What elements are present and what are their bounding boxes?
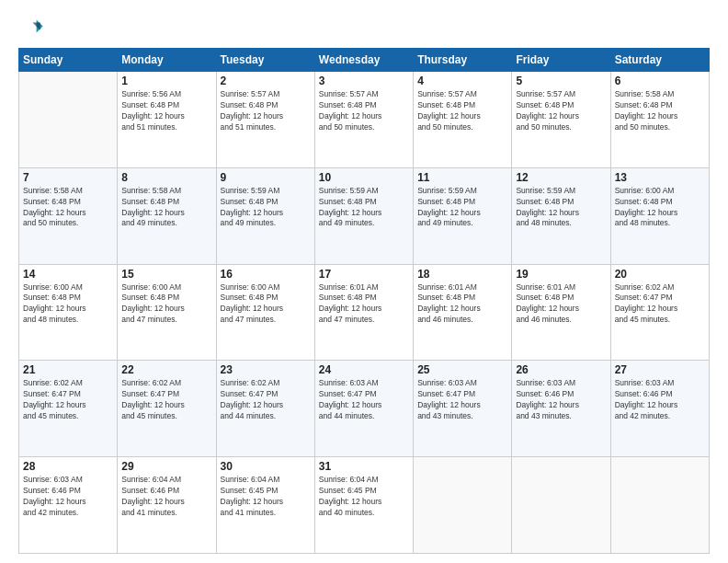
day-info: Sunrise: 6:01 AMSunset: 6:48 PMDaylight:… xyxy=(319,282,409,327)
day-info: Sunrise: 6:02 AMSunset: 6:47 PMDaylight:… xyxy=(23,378,113,422)
day-number: 1 xyxy=(121,75,211,87)
day-number: 26 xyxy=(516,363,606,376)
day-cell: 1Sunrise: 5:56 AMSunset: 6:48 PMDaylight… xyxy=(118,72,216,168)
day-number: 25 xyxy=(417,363,507,376)
day-cell xyxy=(512,457,610,554)
day-cell: 30Sunrise: 6:04 AMSunset: 6:45 PMDayligh… xyxy=(216,457,314,554)
day-cell: 10Sunrise: 5:59 AMSunset: 6:48 PMDayligh… xyxy=(314,167,413,264)
day-info: Sunrise: 5:58 AMSunset: 6:48 PMDaylight:… xyxy=(121,186,211,230)
day-cell: 2Sunrise: 5:57 AMSunset: 6:48 PMDaylight… xyxy=(216,72,314,168)
day-info: Sunrise: 5:59 AMSunset: 6:48 PMDaylight:… xyxy=(516,186,606,230)
day-cell: 24Sunrise: 6:03 AMSunset: 6:47 PMDayligh… xyxy=(314,361,413,457)
day-number: 30 xyxy=(221,460,311,473)
day-info: Sunrise: 6:04 AMSunset: 6:46 PMDaylight:… xyxy=(121,475,211,519)
day-info: Sunrise: 6:03 AMSunset: 6:47 PMDaylight:… xyxy=(417,378,507,422)
day-cell: 8Sunrise: 5:58 AMSunset: 6:48 PMDaylight… xyxy=(118,167,216,264)
col-header-tuesday: Tuesday xyxy=(216,49,314,72)
day-info: Sunrise: 5:58 AMSunset: 6:48 PMDaylight:… xyxy=(615,89,705,133)
day-info: Sunrise: 6:00 AMSunset: 6:48 PMDaylight:… xyxy=(23,282,113,327)
day-number: 5 xyxy=(516,75,606,87)
day-cell: 5Sunrise: 5:57 AMSunset: 6:48 PMDaylight… xyxy=(512,72,610,168)
col-header-friday: Friday xyxy=(512,49,610,72)
week-row-4: 21Sunrise: 6:02 AMSunset: 6:47 PMDayligh… xyxy=(19,361,710,457)
day-number: 24 xyxy=(319,363,409,376)
day-number: 19 xyxy=(516,268,606,281)
col-header-monday: Monday xyxy=(118,49,216,72)
col-header-saturday: Saturday xyxy=(610,49,709,72)
day-number: 31 xyxy=(319,460,409,473)
day-info: Sunrise: 5:57 AMSunset: 6:48 PMDaylight:… xyxy=(319,89,409,133)
col-header-wednesday: Wednesday xyxy=(314,49,413,72)
day-info: Sunrise: 6:04 AMSunset: 6:45 PMDaylight:… xyxy=(319,475,409,519)
day-info: Sunrise: 6:00 AMSunset: 6:48 PMDaylight:… xyxy=(221,282,311,327)
day-cell: 3Sunrise: 5:57 AMSunset: 6:48 PMDaylight… xyxy=(314,72,413,168)
day-cell: 7Sunrise: 5:58 AMSunset: 6:48 PMDaylight… xyxy=(19,167,118,264)
day-cell: 15Sunrise: 6:00 AMSunset: 6:48 PMDayligh… xyxy=(118,264,216,361)
day-cell: 9Sunrise: 5:59 AMSunset: 6:48 PMDaylight… xyxy=(216,167,314,264)
day-cell: 4Sunrise: 5:57 AMSunset: 6:48 PMDaylight… xyxy=(414,72,512,168)
day-info: Sunrise: 5:57 AMSunset: 6:48 PMDaylight:… xyxy=(516,89,606,133)
day-number: 29 xyxy=(121,460,211,473)
day-info: Sunrise: 6:02 AMSunset: 6:47 PMDaylight:… xyxy=(615,282,705,327)
day-cell xyxy=(19,72,118,168)
day-info: Sunrise: 5:57 AMSunset: 6:48 PMDaylight:… xyxy=(221,89,311,133)
logo-icon xyxy=(18,15,44,40)
col-header-thursday: Thursday xyxy=(414,49,512,72)
week-row-2: 7Sunrise: 5:58 AMSunset: 6:48 PMDaylight… xyxy=(19,167,710,264)
day-cell: 28Sunrise: 6:03 AMSunset: 6:46 PMDayligh… xyxy=(19,457,118,554)
day-number: 27 xyxy=(615,363,705,376)
day-number: 28 xyxy=(23,460,113,473)
day-cell: 27Sunrise: 6:03 AMSunset: 6:46 PMDayligh… xyxy=(610,361,709,457)
day-cell xyxy=(414,457,512,554)
day-info: Sunrise: 5:59 AMSunset: 6:48 PMDaylight:… xyxy=(221,186,311,230)
week-row-1: 1Sunrise: 5:56 AMSunset: 6:48 PMDaylight… xyxy=(19,72,710,168)
col-header-sunday: Sunday xyxy=(19,49,118,72)
day-cell: 20Sunrise: 6:02 AMSunset: 6:47 PMDayligh… xyxy=(610,264,709,361)
day-cell: 18Sunrise: 6:01 AMSunset: 6:48 PMDayligh… xyxy=(414,264,512,361)
day-info: Sunrise: 5:59 AMSunset: 6:48 PMDaylight:… xyxy=(417,186,507,230)
day-number: 3 xyxy=(319,75,409,87)
day-number: 2 xyxy=(221,75,311,87)
day-cell: 31Sunrise: 6:04 AMSunset: 6:45 PMDayligh… xyxy=(314,457,413,554)
day-number: 9 xyxy=(221,171,311,184)
header-row: SundayMondayTuesdayWednesdayThursdayFrid… xyxy=(19,49,710,72)
day-number: 17 xyxy=(319,268,409,281)
day-cell: 21Sunrise: 6:02 AMSunset: 6:47 PMDayligh… xyxy=(19,361,118,457)
week-row-5: 28Sunrise: 6:03 AMSunset: 6:46 PMDayligh… xyxy=(19,457,710,554)
day-number: 18 xyxy=(417,268,507,281)
header xyxy=(18,15,710,40)
day-info: Sunrise: 5:59 AMSunset: 6:48 PMDaylight:… xyxy=(319,186,409,230)
day-cell: 17Sunrise: 6:01 AMSunset: 6:48 PMDayligh… xyxy=(314,264,413,361)
day-cell: 11Sunrise: 5:59 AMSunset: 6:48 PMDayligh… xyxy=(414,167,512,264)
day-info: Sunrise: 6:04 AMSunset: 6:45 PMDaylight:… xyxy=(221,475,311,519)
day-info: Sunrise: 6:02 AMSunset: 6:47 PMDaylight:… xyxy=(121,378,211,422)
week-row-3: 14Sunrise: 6:00 AMSunset: 6:48 PMDayligh… xyxy=(19,264,710,361)
day-number: 21 xyxy=(23,363,113,376)
page: SundayMondayTuesdayWednesdayThursdayFrid… xyxy=(0,0,728,563)
day-info: Sunrise: 6:00 AMSunset: 6:48 PMDaylight:… xyxy=(121,282,211,327)
day-info: Sunrise: 6:01 AMSunset: 6:48 PMDaylight:… xyxy=(417,282,507,327)
day-cell: 14Sunrise: 6:00 AMSunset: 6:48 PMDayligh… xyxy=(19,264,118,361)
day-number: 12 xyxy=(516,171,606,184)
logo xyxy=(18,15,48,40)
day-cell: 12Sunrise: 5:59 AMSunset: 6:48 PMDayligh… xyxy=(512,167,610,264)
day-info: Sunrise: 5:56 AMSunset: 6:48 PMDaylight:… xyxy=(121,89,211,133)
day-info: Sunrise: 5:57 AMSunset: 6:48 PMDaylight:… xyxy=(417,89,507,133)
day-info: Sunrise: 6:02 AMSunset: 6:47 PMDaylight:… xyxy=(221,378,311,422)
day-cell xyxy=(610,457,709,554)
day-info: Sunrise: 6:03 AMSunset: 6:46 PMDaylight:… xyxy=(516,378,606,422)
day-info: Sunrise: 6:03 AMSunset: 6:46 PMDaylight:… xyxy=(615,378,705,422)
day-info: Sunrise: 5:58 AMSunset: 6:48 PMDaylight:… xyxy=(23,186,113,230)
day-cell: 13Sunrise: 6:00 AMSunset: 6:48 PMDayligh… xyxy=(610,167,709,264)
day-number: 6 xyxy=(615,75,705,87)
day-cell: 25Sunrise: 6:03 AMSunset: 6:47 PMDayligh… xyxy=(414,361,512,457)
calendar: SundayMondayTuesdayWednesdayThursdayFrid… xyxy=(18,48,710,554)
day-cell: 26Sunrise: 6:03 AMSunset: 6:46 PMDayligh… xyxy=(512,361,610,457)
day-cell: 19Sunrise: 6:01 AMSunset: 6:48 PMDayligh… xyxy=(512,264,610,361)
day-number: 16 xyxy=(221,268,311,281)
day-number: 10 xyxy=(319,171,409,184)
day-number: 22 xyxy=(121,363,211,376)
day-cell: 22Sunrise: 6:02 AMSunset: 6:47 PMDayligh… xyxy=(118,361,216,457)
day-info: Sunrise: 6:00 AMSunset: 6:48 PMDaylight:… xyxy=(615,186,705,230)
day-cell: 6Sunrise: 5:58 AMSunset: 6:48 PMDaylight… xyxy=(610,72,709,168)
